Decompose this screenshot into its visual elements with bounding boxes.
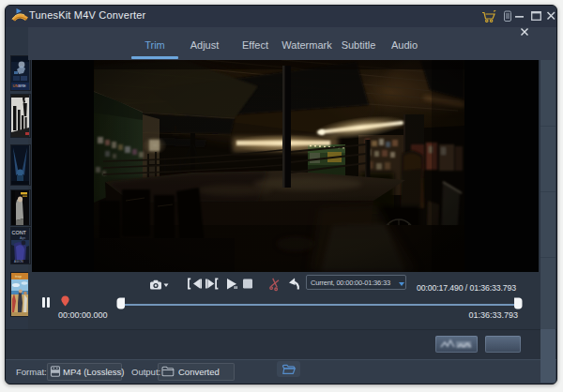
svg-text:BRE: BRE [19, 83, 27, 88]
svg-text:UN: UN [13, 83, 19, 88]
svg-text:CONT: CONT [12, 230, 27, 235]
svg-text:AGION: AGION [14, 260, 23, 264]
svg-text:trop: trop [15, 274, 23, 279]
svg-text:Agn: Agn [20, 236, 25, 240]
